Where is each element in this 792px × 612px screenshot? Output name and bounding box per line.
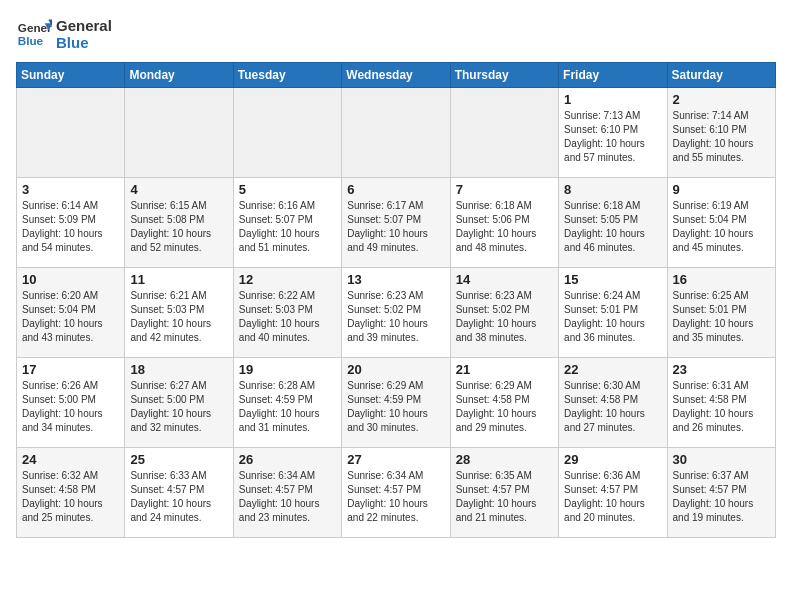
day-info: Sunrise: 6:29 AM Sunset: 4:58 PM Dayligh… bbox=[456, 379, 553, 435]
calendar-cell: 9Sunrise: 6:19 AM Sunset: 5:04 PM Daylig… bbox=[667, 178, 775, 268]
day-number: 16 bbox=[673, 272, 770, 287]
calendar-cell: 5Sunrise: 6:16 AM Sunset: 5:07 PM Daylig… bbox=[233, 178, 341, 268]
calendar-cell: 4Sunrise: 6:15 AM Sunset: 5:08 PM Daylig… bbox=[125, 178, 233, 268]
calendar-week-5: 24Sunrise: 6:32 AM Sunset: 4:58 PM Dayli… bbox=[17, 448, 776, 538]
calendar-cell: 2Sunrise: 7:14 AM Sunset: 6:10 PM Daylig… bbox=[667, 88, 775, 178]
day-info: Sunrise: 6:15 AM Sunset: 5:08 PM Dayligh… bbox=[130, 199, 227, 255]
day-info: Sunrise: 6:36 AM Sunset: 4:57 PM Dayligh… bbox=[564, 469, 661, 525]
day-info: Sunrise: 6:17 AM Sunset: 5:07 PM Dayligh… bbox=[347, 199, 444, 255]
day-number: 11 bbox=[130, 272, 227, 287]
day-info: Sunrise: 6:29 AM Sunset: 4:59 PM Dayligh… bbox=[347, 379, 444, 435]
weekday-friday: Friday bbox=[559, 63, 667, 88]
day-info: Sunrise: 6:23 AM Sunset: 5:02 PM Dayligh… bbox=[347, 289, 444, 345]
calendar-week-4: 17Sunrise: 6:26 AM Sunset: 5:00 PM Dayli… bbox=[17, 358, 776, 448]
calendar-week-2: 3Sunrise: 6:14 AM Sunset: 5:09 PM Daylig… bbox=[17, 178, 776, 268]
calendar-cell: 23Sunrise: 6:31 AM Sunset: 4:58 PM Dayli… bbox=[667, 358, 775, 448]
day-info: Sunrise: 6:31 AM Sunset: 4:58 PM Dayligh… bbox=[673, 379, 770, 435]
day-info: Sunrise: 6:25 AM Sunset: 5:01 PM Dayligh… bbox=[673, 289, 770, 345]
day-number: 8 bbox=[564, 182, 661, 197]
calendar-cell: 14Sunrise: 6:23 AM Sunset: 5:02 PM Dayli… bbox=[450, 268, 558, 358]
calendar-cell bbox=[342, 88, 450, 178]
calendar-cell: 3Sunrise: 6:14 AM Sunset: 5:09 PM Daylig… bbox=[17, 178, 125, 268]
calendar-cell: 22Sunrise: 6:30 AM Sunset: 4:58 PM Dayli… bbox=[559, 358, 667, 448]
calendar-header: SundayMondayTuesdayWednesdayThursdayFrid… bbox=[17, 63, 776, 88]
day-info: Sunrise: 6:19 AM Sunset: 5:04 PM Dayligh… bbox=[673, 199, 770, 255]
calendar-cell: 27Sunrise: 6:34 AM Sunset: 4:57 PM Dayli… bbox=[342, 448, 450, 538]
day-number: 9 bbox=[673, 182, 770, 197]
day-number: 26 bbox=[239, 452, 336, 467]
day-info: Sunrise: 6:14 AM Sunset: 5:09 PM Dayligh… bbox=[22, 199, 119, 255]
day-info: Sunrise: 6:18 AM Sunset: 5:06 PM Dayligh… bbox=[456, 199, 553, 255]
day-info: Sunrise: 6:34 AM Sunset: 4:57 PM Dayligh… bbox=[239, 469, 336, 525]
calendar-cell: 7Sunrise: 6:18 AM Sunset: 5:06 PM Daylig… bbox=[450, 178, 558, 268]
calendar-cell: 8Sunrise: 6:18 AM Sunset: 5:05 PM Daylig… bbox=[559, 178, 667, 268]
calendar-cell: 18Sunrise: 6:27 AM Sunset: 5:00 PM Dayli… bbox=[125, 358, 233, 448]
day-number: 12 bbox=[239, 272, 336, 287]
weekday-sunday: Sunday bbox=[17, 63, 125, 88]
day-info: Sunrise: 7:13 AM Sunset: 6:10 PM Dayligh… bbox=[564, 109, 661, 165]
day-number: 5 bbox=[239, 182, 336, 197]
day-number: 20 bbox=[347, 362, 444, 377]
day-number: 6 bbox=[347, 182, 444, 197]
day-info: Sunrise: 6:16 AM Sunset: 5:07 PM Dayligh… bbox=[239, 199, 336, 255]
calendar-cell: 28Sunrise: 6:35 AM Sunset: 4:57 PM Dayli… bbox=[450, 448, 558, 538]
calendar-cell: 26Sunrise: 6:34 AM Sunset: 4:57 PM Dayli… bbox=[233, 448, 341, 538]
weekday-header-row: SundayMondayTuesdayWednesdayThursdayFrid… bbox=[17, 63, 776, 88]
day-number: 24 bbox=[22, 452, 119, 467]
day-number: 27 bbox=[347, 452, 444, 467]
day-number: 18 bbox=[130, 362, 227, 377]
calendar-cell: 10Sunrise: 6:20 AM Sunset: 5:04 PM Dayli… bbox=[17, 268, 125, 358]
day-info: Sunrise: 6:18 AM Sunset: 5:05 PM Dayligh… bbox=[564, 199, 661, 255]
calendar-cell: 6Sunrise: 6:17 AM Sunset: 5:07 PM Daylig… bbox=[342, 178, 450, 268]
calendar-cell bbox=[450, 88, 558, 178]
calendar-cell: 19Sunrise: 6:28 AM Sunset: 4:59 PM Dayli… bbox=[233, 358, 341, 448]
day-number: 10 bbox=[22, 272, 119, 287]
calendar-cell: 15Sunrise: 6:24 AM Sunset: 5:01 PM Dayli… bbox=[559, 268, 667, 358]
day-info: Sunrise: 6:28 AM Sunset: 4:59 PM Dayligh… bbox=[239, 379, 336, 435]
day-number: 25 bbox=[130, 452, 227, 467]
weekday-wednesday: Wednesday bbox=[342, 63, 450, 88]
day-info: Sunrise: 6:33 AM Sunset: 4:57 PM Dayligh… bbox=[130, 469, 227, 525]
day-number: 17 bbox=[22, 362, 119, 377]
calendar-cell: 25Sunrise: 6:33 AM Sunset: 4:57 PM Dayli… bbox=[125, 448, 233, 538]
calendar-cell bbox=[233, 88, 341, 178]
day-info: Sunrise: 7:14 AM Sunset: 6:10 PM Dayligh… bbox=[673, 109, 770, 165]
day-number: 1 bbox=[564, 92, 661, 107]
calendar-cell: 30Sunrise: 6:37 AM Sunset: 4:57 PM Dayli… bbox=[667, 448, 775, 538]
day-number: 7 bbox=[456, 182, 553, 197]
logo-icon: General Blue bbox=[16, 16, 52, 52]
day-number: 29 bbox=[564, 452, 661, 467]
day-info: Sunrise: 6:21 AM Sunset: 5:03 PM Dayligh… bbox=[130, 289, 227, 345]
page-header: General Blue General Blue bbox=[16, 16, 776, 52]
day-info: Sunrise: 6:23 AM Sunset: 5:02 PM Dayligh… bbox=[456, 289, 553, 345]
day-info: Sunrise: 6:37 AM Sunset: 4:57 PM Dayligh… bbox=[673, 469, 770, 525]
day-number: 3 bbox=[22, 182, 119, 197]
day-number: 13 bbox=[347, 272, 444, 287]
day-number: 4 bbox=[130, 182, 227, 197]
calendar-cell: 11Sunrise: 6:21 AM Sunset: 5:03 PM Dayli… bbox=[125, 268, 233, 358]
calendar-cell: 16Sunrise: 6:25 AM Sunset: 5:01 PM Dayli… bbox=[667, 268, 775, 358]
day-info: Sunrise: 6:24 AM Sunset: 5:01 PM Dayligh… bbox=[564, 289, 661, 345]
day-info: Sunrise: 6:26 AM Sunset: 5:00 PM Dayligh… bbox=[22, 379, 119, 435]
day-number: 15 bbox=[564, 272, 661, 287]
day-number: 14 bbox=[456, 272, 553, 287]
svg-text:General: General bbox=[18, 21, 52, 34]
svg-text:Blue: Blue bbox=[18, 34, 44, 47]
calendar-week-3: 10Sunrise: 6:20 AM Sunset: 5:04 PM Dayli… bbox=[17, 268, 776, 358]
calendar-cell: 29Sunrise: 6:36 AM Sunset: 4:57 PM Dayli… bbox=[559, 448, 667, 538]
calendar-cell bbox=[125, 88, 233, 178]
day-number: 19 bbox=[239, 362, 336, 377]
calendar-cell: 13Sunrise: 6:23 AM Sunset: 5:02 PM Dayli… bbox=[342, 268, 450, 358]
day-info: Sunrise: 6:32 AM Sunset: 4:58 PM Dayligh… bbox=[22, 469, 119, 525]
weekday-monday: Monday bbox=[125, 63, 233, 88]
weekday-thursday: Thursday bbox=[450, 63, 558, 88]
day-info: Sunrise: 6:27 AM Sunset: 5:00 PM Dayligh… bbox=[130, 379, 227, 435]
weekday-saturday: Saturday bbox=[667, 63, 775, 88]
day-number: 28 bbox=[456, 452, 553, 467]
day-info: Sunrise: 6:34 AM Sunset: 4:57 PM Dayligh… bbox=[347, 469, 444, 525]
calendar-cell: 21Sunrise: 6:29 AM Sunset: 4:58 PM Dayli… bbox=[450, 358, 558, 448]
calendar-cell bbox=[17, 88, 125, 178]
weekday-tuesday: Tuesday bbox=[233, 63, 341, 88]
calendar-cell: 1Sunrise: 7:13 AM Sunset: 6:10 PM Daylig… bbox=[559, 88, 667, 178]
calendar-cell: 24Sunrise: 6:32 AM Sunset: 4:58 PM Dayli… bbox=[17, 448, 125, 538]
